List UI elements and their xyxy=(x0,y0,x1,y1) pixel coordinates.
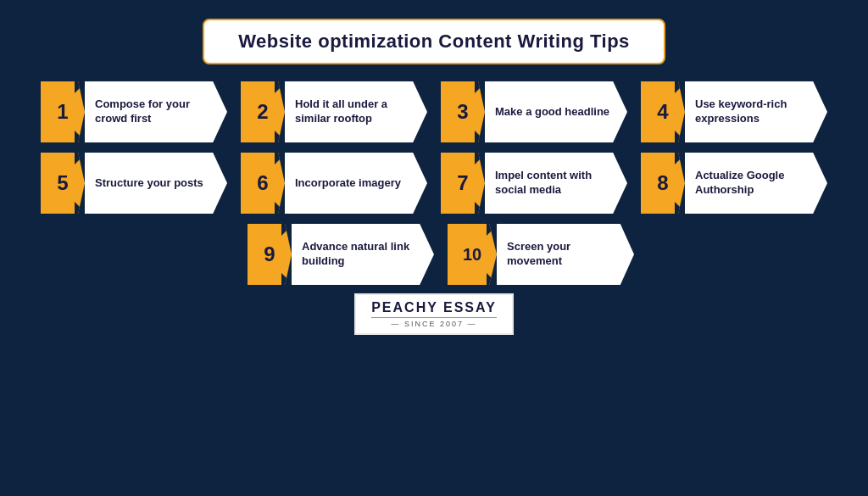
tip-text-8: Actualize Google Authorship xyxy=(685,153,827,214)
tip-number-6: 6 xyxy=(241,153,285,214)
tip-text-7: Impel content with social media xyxy=(485,153,627,214)
tip-number-9: 9 xyxy=(248,224,292,285)
tip-item-5: 5 Structure your posts xyxy=(41,153,227,214)
logo-since: — SINCE 2007 — xyxy=(371,317,497,328)
tip-item-7: 7 Impel content with social media xyxy=(441,153,627,214)
tips-grid: 1 Compose for your crowd first 2 Hold it… xyxy=(0,81,868,285)
tips-row-1: 1 Compose for your crowd first 2 Hold it… xyxy=(25,81,843,142)
tip-number-7: 7 xyxy=(441,153,485,214)
tip-text-9: Advance natural link building xyxy=(292,224,434,285)
title-container: Website optimization Content Writing Tip… xyxy=(203,19,665,64)
tip-item-10: 10 Screen your movement xyxy=(448,224,634,285)
tip-text-5: Structure your posts xyxy=(85,153,227,214)
tip-number-5: 5 xyxy=(41,153,85,214)
logo-area: PEACHY ESSAY — SINCE 2007 — xyxy=(354,293,514,335)
tip-text-10: Screen your movement xyxy=(497,224,634,285)
tip-text-6: Incorporate imagery xyxy=(285,153,427,214)
tip-text-1: Compose for your crowd first xyxy=(85,81,227,142)
tip-item-1: 1 Compose for your crowd first xyxy=(41,81,227,142)
tips-row-3: 9 Advance natural link building 10 Scree… xyxy=(0,224,749,285)
tip-item-6: 6 Incorporate imagery xyxy=(241,153,427,214)
tip-item-4: 4 Use keyword-rich expressions xyxy=(641,81,827,142)
tip-item-8: 8 Actualize Google Authorship xyxy=(641,153,827,214)
tips-row-2: 5 Structure your posts 6 Incorporate ima… xyxy=(25,153,843,214)
logo-box: PEACHY ESSAY — SINCE 2007 — xyxy=(354,293,514,335)
tip-text-2: Hold it all under a similar rooftop xyxy=(285,81,427,142)
tip-number-2: 2 xyxy=(241,81,285,142)
logo-name: PEACHY ESSAY xyxy=(371,300,497,315)
tip-number-1: 1 xyxy=(41,81,85,142)
tip-item-2: 2 Hold it all under a similar rooftop xyxy=(241,81,427,142)
tip-item-3: 3 Make a good headline xyxy=(441,81,627,142)
tip-number-8: 8 xyxy=(641,153,685,214)
tip-text-3: Make a good headline xyxy=(485,81,627,142)
tip-item-9: 9 Advance natural link building xyxy=(248,224,434,285)
page-title: Website optimization Content Writing Tip… xyxy=(238,31,630,52)
tip-number-4: 4 xyxy=(641,81,685,142)
tip-number-3: 3 xyxy=(441,81,485,142)
tip-number-10: 10 xyxy=(448,224,497,285)
tip-text-4: Use keyword-rich expressions xyxy=(685,81,827,142)
